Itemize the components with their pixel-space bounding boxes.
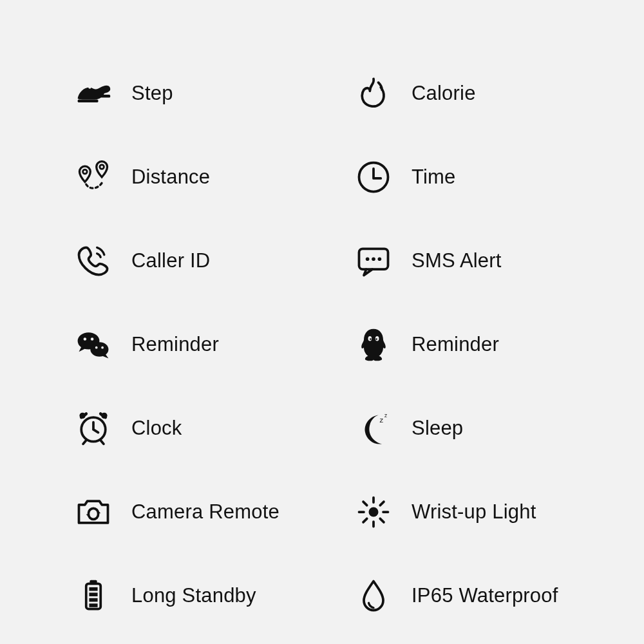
svg-point-5 xyxy=(100,165,104,169)
feature-distance-label: Distance xyxy=(131,166,210,189)
feature-alarm-clock-label: Clock xyxy=(131,417,182,440)
feature-wrist-light: Wrist-up Light xyxy=(351,489,605,535)
moon-sleep-icon: z z xyxy=(351,406,396,451)
feature-calorie: Calorie xyxy=(351,71,605,116)
svg-point-17 xyxy=(368,336,372,341)
clock-icon xyxy=(351,155,396,200)
feature-time-label: Time xyxy=(412,166,456,189)
feature-caller-id: Caller ID xyxy=(71,238,325,283)
flame-icon xyxy=(351,71,396,116)
svg-point-0 xyxy=(88,86,91,88)
camera-rotate-icon xyxy=(71,489,116,535)
sms-bubble-icon xyxy=(351,238,396,283)
feature-sms-alert: SMS Alert xyxy=(351,238,605,283)
feature-calorie-label: Calorie xyxy=(412,82,476,105)
svg-point-20 xyxy=(375,338,377,340)
svg-point-12 xyxy=(84,337,87,341)
feature-step: Step xyxy=(71,71,325,116)
svg-point-4 xyxy=(83,169,88,174)
feature-sms-alert-label: SMS Alert xyxy=(412,249,502,272)
svg-point-22 xyxy=(79,413,85,419)
feature-time: Time xyxy=(351,155,605,200)
svg-rect-28 xyxy=(90,580,97,584)
svg-rect-31 xyxy=(89,598,97,602)
svg-point-9 xyxy=(372,257,375,261)
feature-alarm-clock: Clock xyxy=(71,406,325,451)
feature-qq-reminder-label: Reminder xyxy=(412,333,499,356)
feature-distance: Distance xyxy=(71,155,325,200)
feature-waterproof: IP65 Waterproof xyxy=(351,573,605,618)
svg-point-23 xyxy=(101,413,107,419)
svg-point-19 xyxy=(370,338,372,340)
feature-sleep-label: Sleep xyxy=(412,417,463,440)
svg-rect-30 xyxy=(89,592,97,596)
svg-point-15 xyxy=(95,346,98,349)
svg-rect-29 xyxy=(89,587,97,591)
svg-point-13 xyxy=(91,337,94,341)
battery-full-icon xyxy=(71,573,116,618)
svg-point-8 xyxy=(366,257,370,261)
wechat-icon xyxy=(71,322,116,367)
feature-wrist-light-label: Wrist-up Light xyxy=(412,500,536,524)
feature-wechat-reminder: Reminder xyxy=(71,322,325,367)
svg-point-14 xyxy=(90,342,108,357)
feature-caller-id-label: Caller ID xyxy=(131,249,210,272)
svg-text:z: z xyxy=(384,412,387,419)
feature-grid: Step Calorie Distance xyxy=(71,71,605,618)
svg-point-1 xyxy=(93,86,96,88)
svg-rect-3 xyxy=(100,95,110,98)
brightness-icon xyxy=(351,489,396,535)
svg-point-18 xyxy=(375,336,379,341)
svg-point-10 xyxy=(378,257,382,261)
svg-rect-32 xyxy=(89,603,97,607)
svg-rect-2 xyxy=(78,99,99,102)
qq-penguin-icon xyxy=(351,322,396,367)
feature-step-label: Step xyxy=(131,82,173,105)
alarm-clock-icon xyxy=(71,406,116,451)
feature-long-standby-label: Long Standby xyxy=(131,584,256,607)
feature-camera-remote-label: Camera Remote xyxy=(131,500,279,524)
svg-point-16 xyxy=(101,346,104,349)
feature-long-standby: Long Standby xyxy=(71,573,325,618)
water-drop-icon xyxy=(351,573,396,618)
svg-point-26 xyxy=(369,507,379,517)
feature-qq-reminder: Reminder xyxy=(351,322,605,367)
svg-text:z: z xyxy=(379,416,383,424)
feature-waterproof-label: IP65 Waterproof xyxy=(412,584,558,607)
feature-grid-container: Step Calorie Distance xyxy=(0,0,644,644)
feature-camera-remote: Camera Remote xyxy=(71,489,325,535)
feature-wechat-reminder-label: Reminder xyxy=(131,333,219,356)
phone-ringing-icon xyxy=(71,238,116,283)
shoe-icon xyxy=(71,71,116,116)
route-pins-icon xyxy=(71,155,116,200)
feature-sleep: z z Sleep xyxy=(351,406,605,451)
